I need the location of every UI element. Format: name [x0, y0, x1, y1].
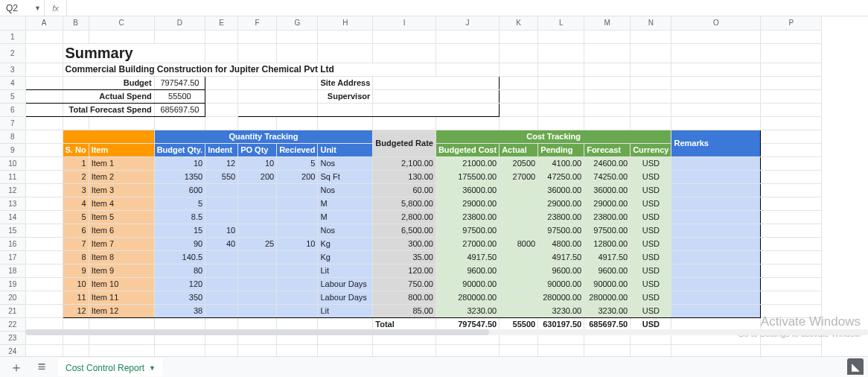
forecast-spend-label: Total Forecast Spend: [63, 104, 154, 116]
table-row[interactable]: 14 5 Item 5 8.5 M 2,800.00 23800.00 2380…: [0, 210, 822, 224]
item-cell: Item 5: [89, 211, 154, 224]
col-header[interactable]: G: [277, 16, 318, 30]
table-row[interactable]: 20 11 Item 11 350 Labour Days 800.00 280…: [0, 291, 822, 304]
table-row[interactable]: 15 6 Item 6 15 10 Nos 6,500.00 97500.00 …: [0, 224, 822, 237]
actual-spend-value: 55500: [155, 90, 205, 103]
row-header[interactable]: 19: [0, 277, 25, 291]
project-subtitle: Commercial Building Construction for Jup…: [63, 63, 435, 76]
item-cell: Item 7: [89, 238, 154, 250]
name-box[interactable]: Q2 ▼: [0, 0, 45, 16]
col-header[interactable]: C: [89, 16, 154, 30]
forecast-spend-value: 685697.50: [155, 104, 205, 116]
table-row[interactable]: 11 2 Item 2 1350 550 200 200 Sq Ft 130.0…: [0, 170, 822, 183]
remarks-header: Remarks: [671, 130, 760, 156]
table-row[interactable]: 18 9 Item 9 80 Lit 120.00 9600.00 9600.0…: [0, 264, 822, 277]
table-row[interactable]: 21 12 Item 12 38 Lit 85.00 3230.00 3230.…: [0, 304, 822, 317]
horizontal-scrollbar[interactable]: [25, 329, 868, 335]
cell-reference: Q2: [6, 3, 18, 13]
row-header[interactable]: 18: [0, 264, 25, 277]
col-header[interactable]: J: [435, 16, 499, 30]
chevron-down-icon: ▼: [34, 4, 41, 12]
sno-cell: 12: [63, 305, 89, 317]
col-header[interactable]: I: [373, 16, 436, 30]
site-address-label: Site Address: [318, 77, 372, 89]
item-cell: Item 6: [89, 224, 154, 237]
row-header[interactable]: 10: [0, 156, 25, 170]
corner-cell[interactable]: [0, 16, 25, 30]
indent-header: Indent: [205, 144, 237, 156]
unit-header: Unit: [318, 144, 372, 156]
col-header[interactable]: A: [25, 16, 63, 30]
col-header[interactable]: O: [671, 16, 761, 30]
row-header[interactable]: 24: [0, 344, 25, 356]
row-header[interactable]: 13: [0, 197, 25, 210]
row-header[interactable]: 5: [0, 89, 25, 103]
row-header[interactable]: 4: [0, 76, 25, 89]
formula-input[interactable]: [67, 0, 868, 16]
sno-cell: 9: [63, 264, 89, 277]
row-header[interactable]: 11: [0, 170, 25, 183]
column-header-row: A B C D E F G H I J K L M N O P: [0, 16, 822, 30]
col-header[interactable]: H: [318, 16, 373, 30]
col-header[interactable]: D: [154, 16, 205, 30]
supervisor-label: Supervisor: [318, 90, 372, 103]
item-cell: Item 2: [89, 171, 154, 183]
row-header[interactable]: 14: [0, 210, 25, 224]
row-header[interactable]: 16: [0, 237, 25, 250]
row-header[interactable]: 21: [0, 304, 25, 317]
grid-area: A B C D E F G H I J K L M N O P 12 Summa…: [0, 16, 868, 356]
budgeted-cost-header: Budgeted Cost: [436, 144, 499, 156]
row-header[interactable]: 6: [0, 103, 25, 116]
row-header[interactable]: 2: [0, 43, 25, 63]
forecast-header: Forecast: [584, 144, 630, 156]
row-header[interactable]: 23: [0, 331, 25, 344]
sno-cell: 11: [63, 291, 89, 304]
fx-icon: fx: [45, 0, 67, 16]
table-row[interactable]: 17 8 Item 8 140.5 Kg 35.00 4917.50 4917.…: [0, 250, 822, 264]
col-header[interactable]: B: [63, 16, 89, 30]
row-header[interactable]: 20: [0, 291, 25, 304]
row-header[interactable]: 12: [0, 183, 25, 197]
table-row[interactable]: 19 10 Item 10 120 Labour Days 750.00 900…: [0, 277, 822, 291]
row-header[interactable]: 17: [0, 250, 25, 264]
spreadsheet-grid[interactable]: A B C D E F G H I J K L M N O P 12 Summa…: [0, 16, 822, 356]
item-cell: Item 1: [89, 157, 154, 170]
qty-tracking-header: Quantity Tracking: [155, 130, 373, 143]
sheet-tab-active[interactable]: Cost Control Report ▼: [58, 358, 163, 376]
col-header[interactable]: M: [584, 16, 631, 30]
row-header[interactable]: 8: [0, 130, 25, 143]
col-header[interactable]: K: [500, 16, 538, 30]
item-cell: Item 9: [89, 264, 154, 277]
table-row[interactable]: 12 3 Item 3 600 Nos 60.00 36000.00 36000…: [0, 183, 822, 197]
recieved-header: Recieved: [277, 144, 317, 156]
budget-value: 797547.50: [155, 77, 205, 89]
row-header[interactable]: 22: [0, 317, 25, 331]
total-label: Total: [373, 318, 435, 331]
sheet-tab-bar: ＋ ≡ Cost Control Report ▼ ◣: [0, 356, 868, 377]
col-header[interactable]: E: [205, 16, 238, 30]
col-header[interactable]: P: [761, 16, 822, 30]
budget-qty-header: Budget Qty.: [155, 144, 205, 156]
all-sheets-button[interactable]: ≡: [33, 358, 51, 376]
col-header[interactable]: L: [538, 16, 584, 30]
col-header[interactable]: N: [631, 16, 671, 30]
table-row[interactable]: 13 4 Item 4 5 M 5,800.00 29000.00 29000.…: [0, 197, 822, 210]
sno-cell: 7: [63, 238, 89, 250]
sno-cell: 2: [63, 171, 89, 183]
table-row[interactable]: 10 1 Item 1 10 12 10 5 Nos 2,100.00 2100…: [0, 156, 822, 170]
row-header[interactable]: 1: [0, 30, 25, 43]
item-cell: Item 10: [89, 278, 154, 291]
row-header[interactable]: 7: [0, 116, 25, 130]
sno-cell: 5: [63, 211, 89, 224]
sno-cell: 4: [63, 197, 89, 210]
explore-button[interactable]: ◣: [847, 358, 864, 375]
row-header[interactable]: 15: [0, 224, 25, 237]
add-sheet-button[interactable]: ＋: [7, 358, 25, 376]
row-header[interactable]: 9: [0, 143, 25, 156]
col-header[interactable]: F: [238, 16, 277, 30]
item-cell: Item 4: [89, 197, 154, 210]
actual-header: Actual: [500, 144, 537, 156]
row-header[interactable]: 3: [0, 63, 25, 76]
total-actual: 55500: [500, 318, 537, 331]
table-row[interactable]: 16 7 Item 7 90 40 25 10 Kg 300.00 27000.…: [0, 237, 822, 250]
